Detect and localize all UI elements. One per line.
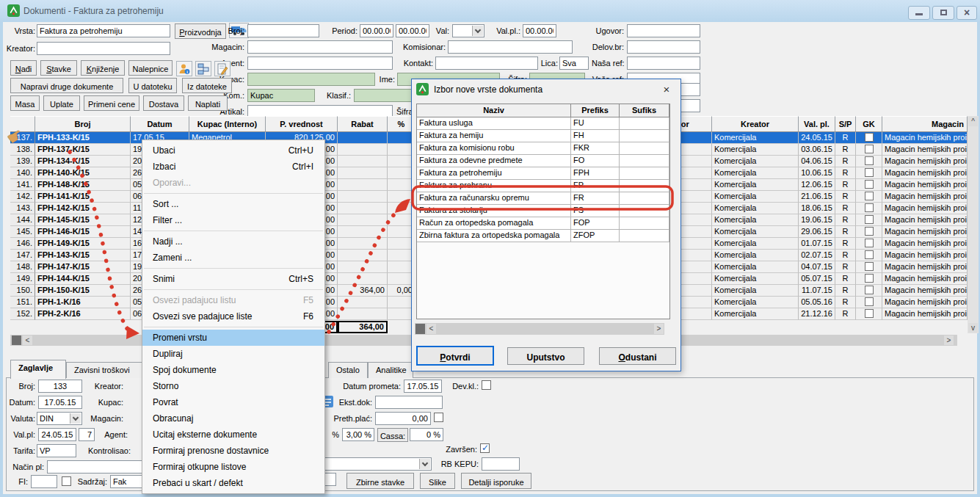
scroll-right-icon[interactable]: >: [654, 324, 664, 334]
cell-sp[interactable]: R: [835, 167, 856, 179]
bp-pct-input[interactable]: [342, 428, 374, 441]
document-type-name[interactable]: Faktura za hemiju: [417, 130, 571, 142]
cell-broj[interactable]: FPH-146-K/15: [35, 226, 131, 238]
lica-input[interactable]: [559, 57, 589, 70]
document-type-sufiks[interactable]: [620, 205, 669, 217]
org-chart-icon[interactable]: [195, 61, 211, 76]
menu-item-formiraj-otkupne-listove[interactable]: Formiraj otkupne listove: [142, 459, 324, 475]
kontakt-input[interactable]: [435, 57, 538, 70]
bp-datum-prometa-input[interactable]: [404, 380, 442, 393]
tab-ostalo[interactable]: Ostalo: [328, 362, 368, 378]
cell-rabat[interactable]: [338, 238, 388, 250]
cell-broj[interactable]: FPH-141-K/15: [35, 191, 131, 203]
document-type-sufiks[interactable]: [620, 192, 669, 205]
cell-magacin[interactable]: Magacin hemijskih proiz: [882, 297, 968, 308]
primeni-cene-button[interactable]: Primeni cene: [84, 95, 139, 111]
cell-num[interactable]: 141.: [10, 179, 35, 191]
cell-num[interactable]: 139.: [10, 156, 35, 167]
gk-checkbox[interactable]: [865, 192, 874, 200]
cell-magacin[interactable]: Magacin hemijskih proiz: [882, 191, 968, 203]
document-type-prefiks[interactable]: FR: [571, 192, 620, 205]
cell-kreator[interactable]: Komercijala: [712, 214, 799, 226]
cell-magacin[interactable]: Magacin hemijskih proiz: [882, 203, 968, 214]
valpl-input[interactable]: [523, 24, 556, 37]
cell-rabat[interactable]: [338, 132, 388, 144]
cell-rabat[interactable]: [338, 297, 388, 308]
cell-broj[interactable]: FPH-144-K/15: [35, 273, 131, 285]
cell-rabat[interactable]: [338, 156, 388, 167]
cell-valpl[interactable]: 21.12.16: [799, 308, 835, 320]
nasaref-input[interactable]: [627, 57, 700, 70]
document-types-table[interactable]: NazivPrefiksSufiksFaktura uslugaFUFaktur…: [416, 104, 670, 319]
napravi-druge-dokumente-button[interactable]: Napravi druge dokumente: [10, 78, 123, 93]
cell-rabat[interactable]: [338, 226, 388, 238]
dostava-button[interactable]: Dostava: [143, 95, 184, 111]
bp-datum-input[interactable]: [38, 396, 82, 409]
cell-sp[interactable]: R: [835, 285, 856, 297]
cell-num[interactable]: 145.: [10, 226, 35, 238]
document-type-prefiks[interactable]: FU: [571, 117, 620, 130]
document-type-prefiks[interactable]: FO: [571, 155, 620, 167]
menu-item-ubaci[interactable]: UbaciCtrl+U: [142, 142, 324, 159]
document-type-prefiks[interactable]: ZFOP: [571, 230, 620, 242]
bp-fi-input[interactable]: [31, 475, 57, 488]
column-header-valpl[interactable]: Val. pl.: [799, 116, 835, 132]
broj-input[interactable]: [247, 24, 319, 37]
cell-num[interactable]: 143.: [10, 203, 35, 214]
document-type-sufiks[interactable]: [620, 180, 669, 192]
cell-valpl[interactable]: 29.06.15: [799, 226, 835, 238]
bp-cassa-input[interactable]: [410, 428, 443, 441]
cell-num[interactable]: 150.: [10, 285, 35, 297]
column-header-pvrednost[interactable]: P. vrednost: [266, 116, 338, 132]
chevron-down-icon[interactable]: [70, 413, 81, 424]
cell-sp[interactable]: R: [835, 226, 856, 238]
cell-rabat[interactable]: [338, 261, 388, 273]
column-header-magacin[interactable]: Magacin: [882, 116, 968, 132]
menu-item-storno[interactable]: Storno: [142, 378, 324, 394]
cell-gk[interactable]: [856, 273, 882, 285]
ugovor-input[interactable]: [627, 24, 700, 37]
cell-kreator[interactable]: Komercijala: [712, 132, 799, 144]
cell-valpl[interactable]: 04.06.15: [799, 156, 835, 167]
val-select[interactable]: [452, 24, 484, 37]
cell-magacin[interactable]: Magacin hemijskih proiz: [882, 156, 968, 167]
gk-checkbox[interactable]: [865, 215, 874, 224]
cell-num[interactable]: 146.: [10, 238, 35, 250]
cell-valpl[interactable]: 19.06.15: [799, 214, 835, 226]
column-header-rabat[interactable]: Rabat: [338, 116, 388, 132]
kupac-input[interactable]: [247, 73, 375, 86]
cell-valpl[interactable]: 01.07.15: [799, 238, 835, 250]
grid-hscroll-thumb[interactable]: [12, 335, 21, 345]
document-type-name[interactable]: Faktura za komisionu robu: [417, 142, 571, 155]
cell-broj[interactable]: FPH-148-K/15: [35, 179, 131, 191]
delovbr-input[interactable]: [627, 40, 700, 54]
document-type-name[interactable]: Faktura za stolariju: [417, 205, 571, 217]
document-type-prefiks[interactable]: FKR: [571, 142, 620, 155]
bp-zavrsen-checkbox[interactable]: [480, 443, 490, 453]
menu-item-filter-[interactable]: Filter ...: [142, 212, 324, 228]
cell-kreator[interactable]: Komercijala: [712, 226, 799, 238]
cell-gk[interactable]: [856, 144, 882, 156]
cell-kreator[interactable]: Komercijala: [712, 261, 799, 273]
cell-sp[interactable]: R: [835, 308, 856, 320]
document-type-sufiks[interactable]: [620, 230, 669, 242]
cell-num[interactable]: 152.: [10, 308, 35, 320]
document-type-prefiks[interactable]: FS: [571, 205, 620, 217]
cell-magacin[interactable]: Magacin hemijskih proiz: [882, 144, 968, 156]
knjizenje-button[interactable]: Knjiženje: [81, 60, 125, 76]
gk-checkbox[interactable]: [865, 286, 874, 294]
menu-item-spoj-dokumente[interactable]: Spoj dokumente: [142, 362, 324, 378]
gk-checkbox[interactable]: [865, 145, 874, 153]
cell-sp[interactable]: R: [835, 273, 856, 285]
cell-valpl[interactable]: 04.07.15: [799, 261, 835, 273]
menu-item-povrat[interactable]: Povrat: [142, 394, 324, 410]
cell-magacin[interactable]: Magacin hemijskih proiz: [882, 261, 968, 273]
cell-valpl[interactable]: 12.06.15: [799, 179, 835, 191]
bp-fi-checkbox[interactable]: [62, 476, 71, 486]
u-datoteku-button[interactable]: U datoteku: [128, 78, 177, 93]
cell-rabat[interactable]: [338, 214, 388, 226]
dialog-hscroll-thumb[interactable]: [415, 324, 425, 334]
menu-item-snimi[interactable]: SnimiCtrl+S: [142, 271, 324, 287]
bp-valpl-days-input[interactable]: [79, 428, 95, 441]
restore-button[interactable]: [932, 6, 954, 20]
